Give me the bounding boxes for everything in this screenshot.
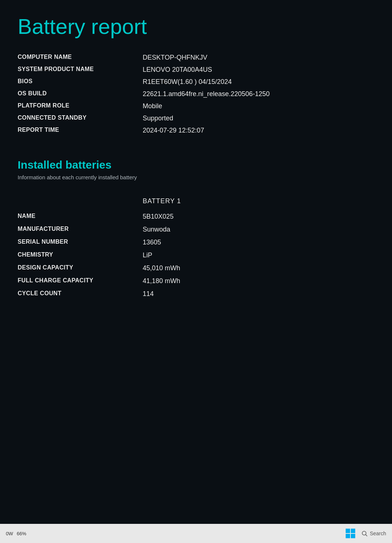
system-info-label: BIOS bbox=[18, 76, 143, 88]
battery-field-value: LiP bbox=[143, 249, 374, 262]
battery-field-value: 41,180 mWh bbox=[143, 275, 374, 288]
system-info-value: 2024-07-29 12:52:07 bbox=[143, 124, 374, 137]
system-info-value: DESKTOP-QHFNKJV bbox=[143, 52, 374, 64]
battery-info-row: NAME5B10X025 bbox=[18, 210, 374, 223]
system-info-row: CONNECTED STANDBYSupported bbox=[18, 112, 374, 124]
main-content: Battery report COMPUTER NAMEDESKTOP-QHFN… bbox=[0, 0, 392, 330]
battery-field-label: CYCLE COUNT bbox=[18, 288, 143, 300]
system-info-table: COMPUTER NAMEDESKTOP-QHFNKJVSYSTEM PRODU… bbox=[18, 52, 374, 137]
battery-field-label: FULL CHARGE CAPACITY bbox=[18, 275, 143, 288]
win-grid-cell bbox=[351, 534, 355, 538]
taskbar: 0W 66% Search bbox=[0, 524, 392, 543]
power-label: 0W bbox=[6, 531, 13, 536]
system-info-row: OS BUILD22621.1.amd64fre.ni_release.2205… bbox=[18, 88, 374, 100]
battery-field-label: SERIAL NUMBER bbox=[18, 236, 143, 249]
battery-field-value: Sunwoda bbox=[143, 223, 374, 236]
system-info-label: REPORT TIME bbox=[18, 124, 143, 137]
battery-field-label: MANUFACTURER bbox=[18, 223, 143, 236]
win-grid-cell bbox=[346, 534, 350, 538]
windows-icon bbox=[346, 529, 355, 538]
battery-header-empty bbox=[18, 195, 143, 210]
search-area[interactable]: Search bbox=[361, 530, 386, 537]
svg-line-1 bbox=[366, 535, 367, 536]
battery-field-value: 114 bbox=[143, 288, 374, 300]
system-info-row: REPORT TIME2024-07-29 12:52:07 bbox=[18, 124, 374, 137]
battery-header-row: BATTERY 1 bbox=[18, 195, 374, 210]
battery-info-row: MANUFACTURERSunwoda bbox=[18, 223, 374, 236]
system-info-value: LENOVO 20TA00A4US bbox=[143, 64, 374, 76]
battery-field-label: NAME bbox=[18, 210, 143, 223]
system-info-value: Supported bbox=[143, 112, 374, 124]
system-info-row: SYSTEM PRODUCT NAMELENOVO 20TA00A4US bbox=[18, 64, 374, 76]
system-info-value: 22621.1.amd64fre.ni_release.220506-1250 bbox=[143, 88, 374, 100]
installed-batteries-subtitle: Information about each currently install… bbox=[18, 174, 374, 180]
battery-field-label: CHEMISTRY bbox=[18, 249, 143, 262]
spacer bbox=[18, 300, 374, 330]
taskbar-left: 0W 66% bbox=[6, 531, 26, 536]
search-icon bbox=[361, 530, 368, 537]
system-info-row: BIOSR1EET60W(1.60 ) 04/15/2024 bbox=[18, 76, 374, 88]
battery-section: Installed batteries Information about ea… bbox=[18, 159, 374, 300]
system-info-label: PLATFORM ROLE bbox=[18, 100, 143, 112]
svg-point-0 bbox=[362, 531, 366, 535]
battery-info-row: CHEMISTRYLiP bbox=[18, 249, 374, 262]
taskbar-right: Search bbox=[346, 529, 386, 538]
battery-percent: 66% bbox=[17, 531, 26, 536]
page-title: Battery report bbox=[18, 15, 374, 38]
system-info-value: R1EET60W(1.60 ) 04/15/2024 bbox=[143, 76, 374, 88]
battery-table: BATTERY 1NAME5B10X025MANUFACTURERSunwoda… bbox=[18, 195, 374, 300]
battery-field-label: DESIGN CAPACITY bbox=[18, 262, 143, 275]
windows-logo[interactable] bbox=[346, 529, 355, 538]
system-info-row: PLATFORM ROLEMobile bbox=[18, 100, 374, 112]
installed-batteries-title: Installed batteries bbox=[18, 159, 374, 171]
battery-info-row: CYCLE COUNT114 bbox=[18, 288, 374, 300]
battery-column-header: BATTERY 1 bbox=[143, 195, 374, 210]
system-info-label: OS BUILD bbox=[18, 88, 143, 100]
win-grid-cell bbox=[346, 529, 350, 533]
system-info-label: COMPUTER NAME bbox=[18, 52, 143, 64]
battery-info-row: DESIGN CAPACITY45,010 mWh bbox=[18, 262, 374, 275]
battery-field-value: 45,010 mWh bbox=[143, 262, 374, 275]
system-info-label: SYSTEM PRODUCT NAME bbox=[18, 64, 143, 76]
battery-info-row: SERIAL NUMBER13605 bbox=[18, 236, 374, 249]
battery-field-value: 5B10X025 bbox=[143, 210, 374, 223]
system-info-label: CONNECTED STANDBY bbox=[18, 112, 143, 124]
battery-field-value: 13605 bbox=[143, 236, 374, 249]
system-info-value: Mobile bbox=[143, 100, 374, 112]
win-grid-cell bbox=[351, 529, 355, 533]
search-label: Search bbox=[370, 530, 386, 536]
system-info-row: COMPUTER NAMEDESKTOP-QHFNKJV bbox=[18, 52, 374, 64]
battery-info-row: FULL CHARGE CAPACITY41,180 mWh bbox=[18, 275, 374, 288]
